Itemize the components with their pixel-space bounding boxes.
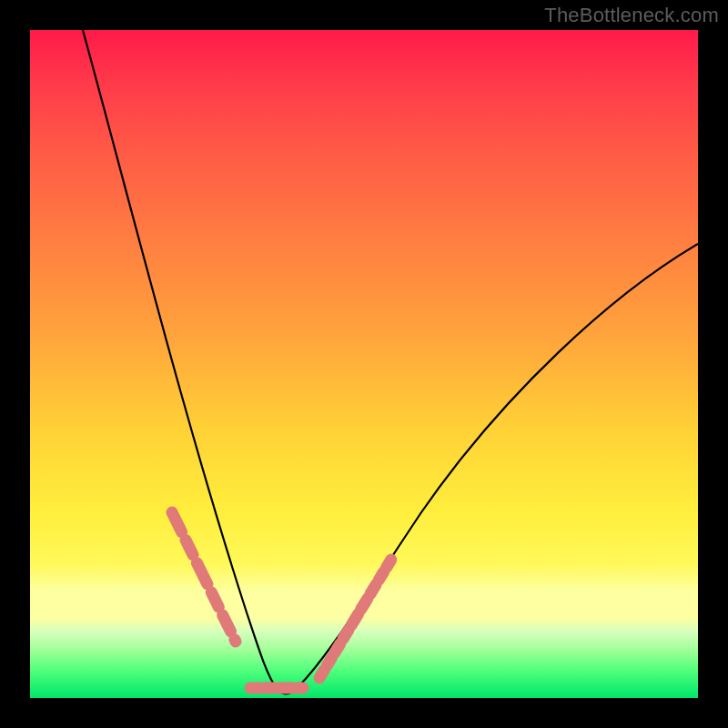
bottleneck-curve <box>83 30 698 693</box>
markers-right-branch <box>319 558 392 678</box>
chart-svg <box>30 30 698 698</box>
markers-left-branch <box>172 512 236 642</box>
plot-area <box>30 30 698 698</box>
chart-frame: TheBottleneck.com <box>0 0 728 728</box>
watermark-text: TheBottleneck.com <box>544 4 719 27</box>
